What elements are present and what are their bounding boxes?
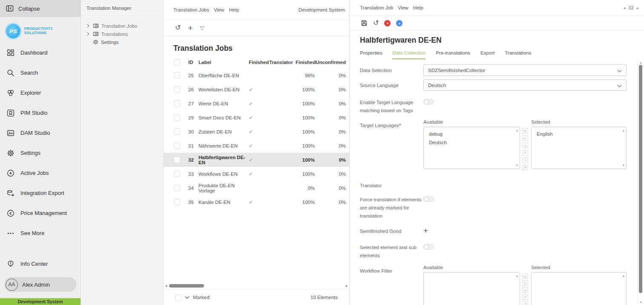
tree-item-translation-jobs[interactable]: Translation Jobs xyxy=(81,22,163,30)
collapse-button[interactable]: Collapse xyxy=(0,0,80,17)
move-all-left-button[interactable]: |◂ xyxy=(522,165,528,170)
move-all-right-button[interactable]: ▸| xyxy=(522,273,528,279)
table-row[interactable]: 31 Nährwerte DE-EN ✓ 100% 0% xyxy=(164,139,349,153)
row-checkbox[interactable] xyxy=(174,142,180,149)
row-checkbox[interactable] xyxy=(174,199,180,205)
row-checkbox[interactable] xyxy=(174,185,180,191)
workflow-filter-available-list[interactable]: ▴ ▾ xyxy=(423,272,520,305)
move-left-button[interactable]: ◂ xyxy=(522,157,528,163)
move-right-button[interactable]: ▸ xyxy=(522,280,528,286)
table-row[interactable]: 29 Smart Docs DE-EN ✓ 100% 0% xyxy=(164,110,349,125)
upload-blue-icon[interactable]: ▲ xyxy=(396,20,402,26)
col-finished-pct[interactable]: Finished xyxy=(296,60,315,65)
pager-prev-icon[interactable]: ◂ xyxy=(623,6,625,10)
sidebar-item-price-management[interactable]: € Price Management xyxy=(0,203,80,223)
select-all-checkbox[interactable] xyxy=(174,59,180,66)
menu-view[interactable]: View xyxy=(214,7,224,12)
list-item[interactable]: Deutsch xyxy=(429,138,512,147)
table-row[interactable]: 34 Produkte DE-EN Vorlage ✓ 0% 0% xyxy=(164,181,349,195)
sidebar-item-active-jobs[interactable]: Active Jobs xyxy=(0,163,80,183)
sidebar-item-see-more[interactable]: See More xyxy=(0,223,80,243)
refresh-icon[interactable]: ↺ xyxy=(373,20,379,26)
scroll-down-icon[interactable]: ▾ xyxy=(638,300,644,304)
tab-pre-translations[interactable]: Pre-translations xyxy=(436,50,470,59)
chevron-right-icon[interactable] xyxy=(86,24,90,28)
move-up-button[interactable]: ▴ xyxy=(522,142,528,148)
row-checkbox[interactable] xyxy=(174,128,180,135)
list-item[interactable]: English xyxy=(537,130,618,138)
source-language-select[interactable]: Deutsch xyxy=(423,79,627,91)
menu-translation-job[interactable]: Translation Job xyxy=(360,5,393,10)
col-translator[interactable]: Translator xyxy=(269,60,296,65)
move-left-button[interactable]: ◂ xyxy=(522,301,528,305)
tree-item-settings[interactable]: Settings xyxy=(81,38,163,46)
tab-data-collection[interactable]: Data Collection xyxy=(392,50,426,59)
sidebar-item-explorer[interactable]: Explorer xyxy=(0,83,80,103)
scroll-down-icon[interactable]: ▾ xyxy=(623,163,624,167)
pager-next-icon[interactable]: ▸ xyxy=(637,6,639,10)
col-label[interactable]: Label xyxy=(198,60,249,65)
table-row[interactable]: 26 Wertelisten DE-EN ✓ 100% 0% xyxy=(164,82,349,96)
row-checkbox[interactable] xyxy=(174,114,180,121)
scrollbar-thumb[interactable] xyxy=(169,284,204,288)
sidebar-item-search[interactable]: Search xyxy=(0,63,80,83)
row-checkbox[interactable] xyxy=(174,72,180,78)
target-languages-available-list[interactable]: ▴ debug Deutsch ▾ xyxy=(423,127,520,169)
sidebar-item-pim-studio[interactable]: PIM Studio xyxy=(0,103,80,123)
data-selection-select[interactable]: SDZSemifinishedCollector xyxy=(423,64,627,76)
move-down-button[interactable]: ▾ xyxy=(522,294,528,300)
menu-help[interactable]: Help xyxy=(413,5,423,10)
table-row[interactable]: 27 Werte DE-EN ✓ 100% 0% xyxy=(164,96,349,110)
tab-properties[interactable]: Properties xyxy=(360,50,382,59)
sidebar-item-dashboard[interactable]: Dashboard xyxy=(0,43,80,63)
chevron-down-icon[interactable] xyxy=(185,296,190,299)
move-down-button[interactable]: ▾ xyxy=(522,150,528,156)
menu-translation-jobs[interactable]: Translation Jobs xyxy=(173,7,209,12)
tab-export[interactable]: Export xyxy=(480,50,494,59)
row-checkbox[interactable] xyxy=(174,171,180,177)
sidebar-item-integration-export[interactable]: Integration Export xyxy=(0,183,80,203)
table-row[interactable]: 30 Zutaten DE-EN ✓ 100% 0% xyxy=(164,125,349,139)
scroll-right-icon[interactable]: ▸ xyxy=(344,284,349,288)
refresh-icon[interactable]: ↺ xyxy=(175,24,181,31)
tree-item-translations[interactable]: Translations xyxy=(81,30,163,38)
add-icon[interactable]: + xyxy=(188,24,193,32)
col-id[interactable]: ID xyxy=(188,60,198,65)
tab-translations[interactable]: Translations xyxy=(505,50,531,59)
move-right-button[interactable]: ▸ xyxy=(522,135,528,141)
scroll-up-icon[interactable]: ▴ xyxy=(623,128,624,132)
move-all-right-button[interactable]: ▸| xyxy=(522,128,528,134)
scroll-up-icon[interactable]: ▴ xyxy=(638,61,644,64)
menu-view[interactable]: View xyxy=(398,5,408,10)
col-unconfirmed[interactable]: Unconfirmed xyxy=(315,60,346,65)
scrollbar-thumb[interactable] xyxy=(639,65,642,293)
row-checkbox[interactable] xyxy=(174,100,180,107)
workflow-filter-selected-list[interactable]: ▴ ▾ xyxy=(531,272,627,305)
enable-target-language-toggle[interactable] xyxy=(423,99,434,105)
filter-icon[interactable]: ▽ xyxy=(200,25,204,31)
table-row[interactable]: 32 Halbfertigwaren DE-EN ✓ 100% 0% xyxy=(164,153,349,167)
scroll-up-icon[interactable]: ▴ xyxy=(516,274,518,278)
scroll-up-icon[interactable]: ▴ xyxy=(623,274,624,278)
add-semifinished-good-icon[interactable]: + xyxy=(423,227,428,235)
move-up-button[interactable]: ▴ xyxy=(522,287,528,293)
save-icon[interactable] xyxy=(361,20,368,26)
vertical-scrollbar[interactable]: ▴ ▾ xyxy=(637,60,644,305)
sidebar-item-dam-studio[interactable]: DAM Studio xyxy=(0,123,80,143)
table-row[interactable]: 25 Oberfläche DE-EN ✓ 99% 0% xyxy=(164,68,349,82)
chevron-right-icon[interactable] xyxy=(86,32,90,36)
list-item[interactable]: debug xyxy=(429,130,512,138)
sidebar-item-settings[interactable]: Settings xyxy=(0,143,80,163)
scroll-up-icon[interactable]: ▴ xyxy=(516,128,518,132)
row-checkbox[interactable] xyxy=(174,157,180,163)
scroll-down-icon[interactable]: ▾ xyxy=(516,163,518,167)
table-row[interactable]: 33 Workflows DE-EN ✓ 100% 0% xyxy=(164,167,349,181)
menu-help[interactable]: Help xyxy=(229,7,239,12)
force-translation-toggle[interactable] xyxy=(423,196,434,202)
sidebar-item-info-center[interactable]: Info Center xyxy=(0,254,80,274)
download-red-icon[interactable]: ▼ xyxy=(384,20,391,26)
col-finished-check[interactable]: Finished xyxy=(249,60,269,65)
table-row[interactable]: 35 Kanäle DE-EN ✓ 100% 0% xyxy=(164,195,349,209)
user-menu[interactable]: AA Alex Admin xyxy=(4,277,76,292)
horizontal-scrollbar[interactable]: ◂ ▸ xyxy=(164,283,349,289)
